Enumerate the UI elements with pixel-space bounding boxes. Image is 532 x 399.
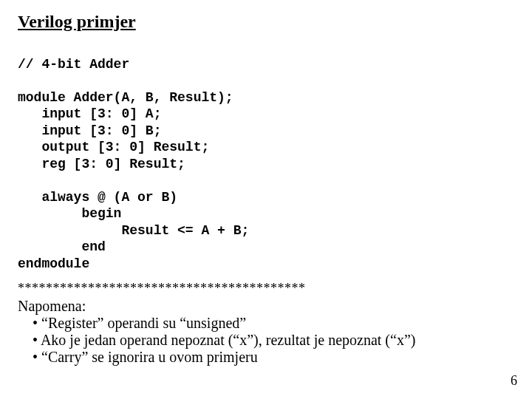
code-line: input [3: 0] A; <box>18 106 161 121</box>
note-heading: Napomena: <box>18 298 514 315</box>
code-line: Result <= A + B; <box>18 223 249 238</box>
code-line: output [3: 0] Result; <box>18 140 209 154</box>
code-line: endmodule <box>18 256 89 271</box>
code-block: // 4-bit Adder module Adder(A, B, Result… <box>18 39 514 272</box>
notes-list: “Register” operandi su “unsigned” Ako je… <box>22 315 514 366</box>
list-item: “Register” operandi su “unsigned” <box>33 315 514 332</box>
code-line: end <box>18 239 106 254</box>
list-item: Ako je jedan operand nepoznat (“x”), rez… <box>33 332 514 349</box>
code-line: // 4-bit Adder <box>18 57 129 72</box>
code-line: begin <box>18 206 121 221</box>
separator: ****************************************… <box>18 281 514 296</box>
code-line: module Adder(A, B, Result); <box>18 90 233 105</box>
code-line: input [3: 0] B; <box>18 123 161 138</box>
page-title: Verilog primjer <box>18 12 514 32</box>
code-line: reg [3: 0] Result; <box>18 157 185 171</box>
page-number: 6 <box>511 373 517 389</box>
code-line: always @ (A or B) <box>18 190 177 205</box>
list-item: “Carry” se ignorira u ovom primjeru <box>33 349 514 366</box>
